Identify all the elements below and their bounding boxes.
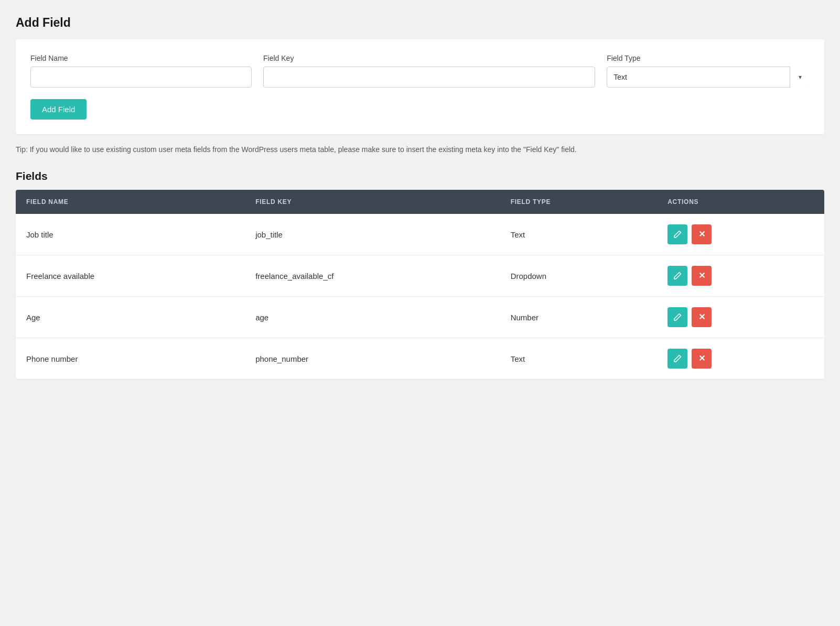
cell-actions: ✕ bbox=[657, 297, 824, 338]
delete-button[interactable]: ✕ bbox=[692, 307, 712, 327]
cell-actions: ✕ bbox=[657, 255, 824, 297]
table-row: Age age Number ✕ bbox=[16, 297, 824, 338]
add-field-button[interactable]: Add Field bbox=[30, 99, 87, 120]
delete-button[interactable]: ✕ bbox=[692, 349, 712, 369]
col-field-key: FIELD KEY bbox=[245, 190, 500, 214]
edit-button[interactable] bbox=[667, 349, 687, 369]
delete-button[interactable]: ✕ bbox=[692, 266, 712, 286]
field-name-label: Field Name bbox=[30, 54, 252, 62]
close-icon: ✕ bbox=[698, 313, 705, 321]
cell-actions: ✕ bbox=[657, 214, 824, 255]
field-type-group: Field Type Text Dropdown Number Email UR… bbox=[607, 54, 810, 88]
cell-field-name: Phone number bbox=[16, 338, 245, 380]
cell-actions: ✕ bbox=[657, 338, 824, 380]
cell-field-type: Number bbox=[500, 297, 658, 338]
cell-field-type: Dropdown bbox=[500, 255, 658, 297]
edit-button[interactable] bbox=[667, 266, 687, 286]
cell-field-name: Age bbox=[16, 297, 245, 338]
close-icon: ✕ bbox=[698, 272, 705, 280]
field-type-select[interactable]: Text Dropdown Number Email URL Textarea bbox=[607, 67, 810, 88]
col-actions: ACTIONS bbox=[657, 190, 824, 214]
close-icon: ✕ bbox=[698, 230, 705, 239]
field-type-select-wrapper: Text Dropdown Number Email URL Textarea … bbox=[607, 67, 810, 88]
cell-field-type: Text bbox=[500, 214, 658, 255]
cell-field-key: age bbox=[245, 297, 500, 338]
pencil-icon bbox=[673, 354, 682, 363]
pencil-icon bbox=[673, 230, 682, 239]
close-icon: ✕ bbox=[698, 354, 705, 363]
tip-text: Tip: If you would like to use existing c… bbox=[16, 144, 645, 155]
col-field-type: FIELD TYPE bbox=[500, 190, 658, 214]
field-name-input[interactable] bbox=[30, 67, 252, 88]
add-field-card: Field Name Field Key Field Type Text Dro… bbox=[16, 39, 824, 134]
pencil-icon bbox=[673, 313, 682, 321]
table-header-row: FIELD NAME FIELD KEY FIELD TYPE ACTIONS bbox=[16, 190, 824, 214]
field-type-label: Field Type bbox=[607, 54, 810, 62]
table-row: Freelance available freelance_available_… bbox=[16, 255, 824, 297]
cell-field-key: phone_number bbox=[245, 338, 500, 380]
edit-button[interactable] bbox=[667, 307, 687, 327]
cell-field-name: Job title bbox=[16, 214, 245, 255]
cell-field-name: Freelance available bbox=[16, 255, 245, 297]
field-key-input[interactable] bbox=[263, 67, 595, 88]
cell-field-type: Text bbox=[500, 338, 658, 380]
page-title: Add Field bbox=[16, 16, 824, 30]
field-key-group: Field Key bbox=[263, 54, 595, 88]
edit-button[interactable] bbox=[667, 224, 687, 244]
form-row: Field Name Field Key Field Type Text Dro… bbox=[30, 54, 810, 88]
pencil-icon bbox=[673, 272, 682, 280]
col-field-name: FIELD NAME bbox=[16, 190, 245, 214]
fields-table: FIELD NAME FIELD KEY FIELD TYPE ACTIONS … bbox=[16, 190, 824, 379]
field-name-group: Field Name bbox=[30, 54, 252, 88]
delete-button[interactable]: ✕ bbox=[692, 224, 712, 244]
table-header: FIELD NAME FIELD KEY FIELD TYPE ACTIONS bbox=[16, 190, 824, 214]
fields-section-title: Fields bbox=[16, 170, 824, 182]
cell-field-key: job_title bbox=[245, 214, 500, 255]
cell-field-key: freelance_available_cf bbox=[245, 255, 500, 297]
table-body: Job title job_title Text ✕ Freelance ava… bbox=[16, 214, 824, 379]
field-key-label: Field Key bbox=[263, 54, 595, 62]
table-row: Phone number phone_number Text ✕ bbox=[16, 338, 824, 380]
table-row: Job title job_title Text ✕ bbox=[16, 214, 824, 255]
